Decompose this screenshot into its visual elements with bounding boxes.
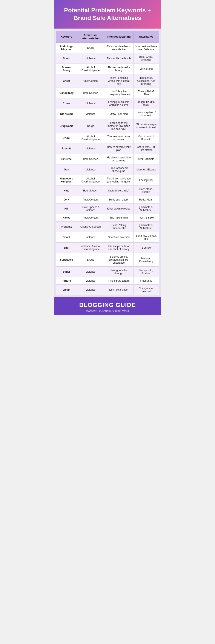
table-row: BombViolenceThis tool is the bombBest, G…: [56, 53, 159, 64]
table-cell: Violence: [77, 53, 104, 64]
table-cell: The recipe calls for one shot of brandy: [104, 242, 133, 253]
table-cell: Execute: [56, 143, 77, 154]
col-advertiser: Advertiser Interpretation: [77, 31, 104, 42]
table-row: JerkAdult ContentHe is such a jerkRude, …: [56, 196, 159, 203]
table-cell: Listening to my mother in law made me po…: [104, 119, 133, 133]
table-cell: Victim: [56, 284, 77, 295]
table-row: CrimeViolenceEating just on chip would b…: [56, 98, 159, 108]
brand-name: BLOGGING GUIDE: [58, 302, 157, 308]
table-cell: Hate Speech: [77, 185, 104, 196]
table-row: ProfanityOffensive SpeechBest F*cking Ch…: [56, 221, 159, 232]
table-cell: Crime: [56, 98, 77, 108]
table-cell: Science project created alien like subst…: [104, 253, 133, 266]
table-cell: Feeling Sick: [133, 175, 159, 185]
table-cell: Time to work out these guns: [104, 164, 133, 175]
table-cell: Get to work, Put into motion: [133, 143, 159, 154]
footer: BLOGGING GUIDE WWW.BLOGGINGGUIDE.COM: [54, 297, 161, 315]
table-row: Drug NameDrugsListening to my mother in …: [56, 119, 159, 133]
table-cell: Addicting / Addiction: [56, 42, 77, 53]
table-row: Booze / BoozyAlcohol OverindulgenceThis …: [56, 64, 159, 74]
table-cell: This chocolate bar is so addictive: [104, 42, 133, 53]
table-wrapper: Keyword Advertiser Interpretation Intend…: [54, 28, 161, 297]
table-cell: Drugs: [77, 42, 104, 53]
website-url: WWW.BLOGGINGGUIDE.COM: [58, 310, 157, 313]
table-cell: Adult Content: [77, 196, 104, 203]
table-cell: There is nothing wrong with a cheat day: [104, 74, 133, 88]
table-cell: Don't be a victim: [104, 284, 133, 295]
table-cell: Offensive Speech: [77, 221, 104, 232]
table-row: GunViolenceTime to work out these gunsMu…: [56, 164, 159, 175]
table-cell: [Eliminate or Substitute]: [133, 203, 159, 214]
table-cell: Put up with, Endure: [133, 266, 159, 277]
table-cell: Adult Content: [77, 214, 104, 221]
table-cell: Having to suffer through: [104, 266, 133, 277]
table-cell: Suffer: [56, 266, 77, 277]
page-title: Potential Problem Keywords + Brand Safe …: [58, 6, 157, 22]
table-cell: [Eliminate or Substitute]: [133, 221, 159, 232]
table-cell: This recipe is really boozy: [104, 64, 133, 74]
table-cell: Drugs: [77, 253, 104, 266]
table-cell: Killer brownie recipe: [104, 203, 133, 214]
table-cell: Alcohol Overindulgence: [77, 64, 104, 74]
table-cell: Best, Great, Amazing: [133, 53, 159, 64]
table-cell: Jerk: [56, 196, 77, 203]
table-cell: This tool is the bomb: [104, 53, 133, 64]
table-cell: The ruler was drunk on power: [104, 133, 133, 143]
table-row: ExecuteViolenceHow to execute your planG…: [56, 143, 159, 154]
table-cell: Shoot me an email: [104, 232, 133, 242]
table-cell: Torture: [56, 277, 77, 284]
main-container: Potential Problem Keywords + Brand Safe …: [54, 0, 161, 315]
table-cell: Plain, Simple: [133, 214, 159, 221]
table-cell: Material, Consistency: [133, 253, 159, 266]
table-cell: I hate drivers in LA: [104, 185, 133, 196]
table-row: ShotViolence, Alcohol OverindulgenceThe …: [56, 242, 159, 253]
table-cell: Violence: [77, 143, 104, 154]
table-cell: He is such a jerk: [104, 196, 133, 203]
table-cell: Naked: [56, 214, 77, 221]
table-row: Hangover / HungoverAlcohol Overindulgenc…: [56, 175, 159, 185]
table-cell: Extreme: [56, 154, 77, 164]
table-row: DrunkAlcohol OverindulgenceThe ruler was…: [56, 133, 159, 143]
table-cell: Theory, Belief, Plan: [133, 88, 159, 98]
table-row: CheatAdult ContentThere is nothing wrong…: [56, 74, 159, 88]
table-row: HateHate SpeechI hate drivers in LACan't…: [56, 185, 159, 196]
table-row: SubstanceDrugsScience project created al…: [56, 253, 159, 266]
table-cell: Die / Dead: [56, 108, 77, 119]
table-cell: Indulgence, Occasional rule breaking: [133, 74, 159, 88]
table-cell: Best F*cking Cheesecake: [104, 221, 133, 232]
table-cell: Hate Speech: [77, 88, 104, 98]
table-cell: Hate Speech: [77, 154, 104, 164]
table-cell: Violence: [77, 108, 104, 119]
table-cell: Violence: [77, 164, 104, 175]
table-cell: 1 ounce: [133, 242, 159, 253]
table-cell: Conspiracy: [56, 88, 77, 98]
table-header-row: Keyword Advertiser Interpretation Intend…: [56, 31, 159, 42]
table-cell: Hate Speech / Violence: [77, 203, 104, 214]
table-cell: Shot: [56, 242, 77, 253]
table-cell: Alcohol Overindulgence: [77, 175, 104, 185]
table-row: NakedAdult ContentThe naked truthPlain, …: [56, 214, 159, 221]
table-cell: Violence, Alcohol Overindulgence: [77, 242, 104, 253]
table-row: KillHate Speech / ViolenceKiller brownie…: [56, 203, 159, 214]
table-cell: Violence: [77, 277, 104, 284]
table-cell: Kill: [56, 203, 77, 214]
table-cell: Drug Name: [56, 119, 77, 133]
table-cell: Send me, Contact me: [133, 232, 159, 242]
table-row: ConspiracyHate SpeechI don't buy her con…: [56, 88, 159, 98]
table-row: TortureViolenceThis is pure tortureFrust…: [56, 277, 159, 284]
table-cell: Cheat: [56, 74, 77, 88]
table-row: VictimViolenceDon't be a victimChange yo…: [56, 284, 159, 295]
table-cell: Change your mindset: [133, 284, 159, 295]
table-cell: OMG I just died: [104, 108, 133, 119]
table-row: Addicting / AddictionDrugsThis chocolate…: [56, 42, 159, 53]
keywords-table: Keyword Advertiser Interpretation Intend…: [56, 31, 159, 295]
table-cell: Adult Content: [77, 74, 104, 88]
table-cell: Shoot: [56, 232, 77, 242]
table-row: ShootViolenceShoot me an emailSend me, C…: [56, 232, 159, 242]
table-row: ExtremeHate SpeechHe always takes it to …: [56, 154, 159, 164]
table-cell: Violence: [77, 232, 104, 242]
table-cell: Drugs: [77, 119, 104, 133]
table-cell: Very strong: [133, 64, 159, 74]
table-cell: Muscles, Bicepts: [133, 164, 159, 175]
table-cell: [Either stay vague or reword phrase]: [133, 119, 159, 133]
